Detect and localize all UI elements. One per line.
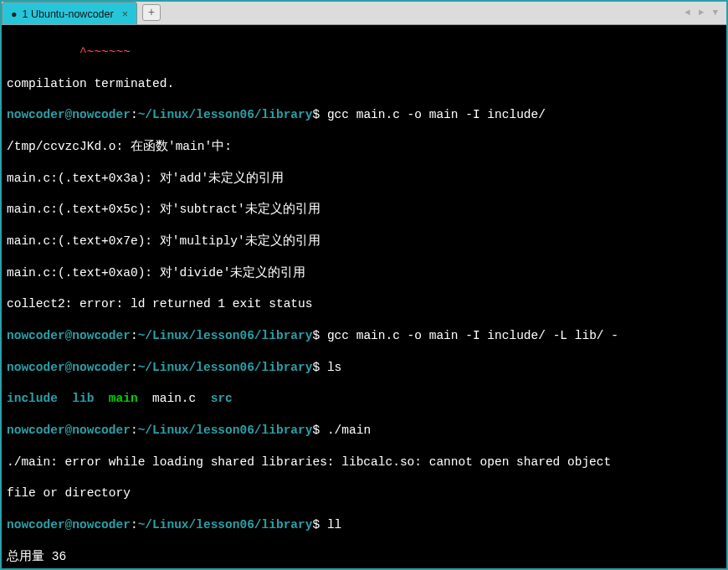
prompt-line: nowcoder@nowcoder:~/Linux/lesson06/libra…: [7, 517, 721, 533]
terminal-output[interactable]: ^~~~~~~ compilation terminated. nowcoder…: [2, 25, 726, 568]
ls-output: include lib main main.c src: [7, 391, 721, 407]
output-line: main.c:(.text+0xa0): 对'divide'未定义的引用: [7, 265, 721, 281]
tab-bar: ● 1 Ubuntu-nowcoder × + ◄ ► ▼: [2, 2, 726, 25]
output-line: main.c:(.text+0x3a): 对'add'未定义的引用: [7, 171, 721, 187]
output-line: file or directory: [7, 485, 721, 501]
output-line: compilation terminated.: [7, 76, 721, 92]
output-line: collect2: error: ld returned 1 exit stat…: [7, 296, 721, 312]
output-line: ./main: error while loading shared libra…: [7, 454, 721, 470]
prompt-line: nowcoder@nowcoder:~/Linux/lesson06/libra…: [7, 360, 721, 376]
nav-right-icon[interactable]: ►: [695, 5, 708, 20]
plus-icon: +: [148, 5, 155, 20]
nav-left-icon[interactable]: ◄: [681, 5, 694, 20]
tab-label: 1 Ubuntu-nowcoder: [23, 8, 114, 21]
tab-ubuntu[interactable]: ● 1 Ubuntu-nowcoder ×: [2, 2, 137, 24]
new-tab-button[interactable]: +: [142, 4, 161, 21]
error-marker: ^~~~~~~: [7, 45, 131, 59]
output-line: /tmp/ccvzcJKd.o: 在函数'main'中:: [7, 139, 721, 155]
tab-nav-arrows: ◄ ► ▼: [681, 5, 721, 20]
prompt-line: nowcoder@nowcoder:~/Linux/lesson06/libra…: [7, 423, 721, 439]
output-line: 总用量 36: [7, 549, 721, 565]
nav-down-icon[interactable]: ▼: [709, 5, 721, 20]
prompt-line: nowcoder@nowcoder:~/Linux/lesson06/libra…: [7, 107, 721, 123]
tab-active-dot: ●: [11, 8, 18, 21]
prompt-line: nowcoder@nowcoder:~/Linux/lesson06/libra…: [7, 328, 721, 344]
output-line: main.c:(.text+0x7e): 对'multiply'未定义的引用: [7, 234, 721, 249]
close-icon[interactable]: ×: [122, 8, 128, 21]
output-line: main.c:(.text+0x5c): 对'subtract'未定义的引用: [7, 202, 721, 218]
